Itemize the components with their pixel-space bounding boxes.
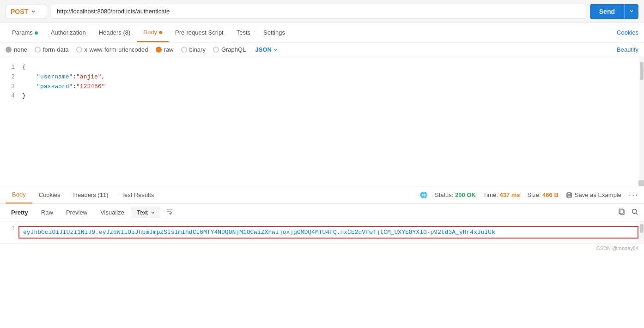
copy-button[interactable] — [618, 208, 626, 217]
chevron-down-icon — [629, 9, 634, 13]
method-label: POST — [11, 8, 28, 15]
copy-icon — [618, 208, 626, 215]
chevron-down-icon — [273, 48, 278, 52]
resp-tab-test-results[interactable]: Test Results — [115, 187, 160, 203]
option-raw[interactable]: raw — [156, 46, 174, 53]
tab-params[interactable]: Params — [6, 24, 44, 42]
request-editor: 1 2 3 4 { "username":"anjie", "password"… — [0, 57, 644, 186]
search-icon — [631, 208, 638, 215]
method-selector[interactable]: POST — [6, 5, 47, 18]
body-dot — [159, 31, 162, 34]
send-button-group: Send — [590, 4, 638, 19]
footer-text: CSDN @rooney84 — [596, 245, 638, 251]
top-bar: POST Send — [0, 0, 644, 23]
params-dot — [35, 31, 38, 35]
fmt-tab-pretty[interactable]: Pretty — [6, 207, 34, 218]
tab-pre-request[interactable]: Pre-request Script — [169, 24, 230, 42]
response-section: Body Cookies Headers (11) Test Results 🌐… — [0, 186, 644, 243]
response-token[interactable]: eyJhbGciOiJIUzI1NiJ9.eyJzdWIiOiJhbmJmpZS… — [18, 226, 638, 239]
more-options-button[interactable]: ··· — [629, 190, 638, 200]
fmt-tab-preview[interactable]: Preview — [61, 207, 93, 218]
cookies-link[interactable]: Cookies — [617, 29, 638, 36]
time-label: Time: 437 ms — [483, 191, 520, 198]
save-example-label: Save as Example — [575, 191, 621, 198]
radio-none — [6, 47, 12, 53]
option-graphql[interactable]: GraphQL — [213, 46, 246, 53]
search-button[interactable] — [631, 208, 638, 217]
size-label: Size: 466 B — [528, 191, 559, 198]
tab-headers[interactable]: Headers (8) — [92, 24, 137, 42]
json-type-dropdown[interactable]: JSON — [255, 46, 278, 53]
svg-rect-1 — [568, 193, 571, 195]
wrap-icon — [166, 208, 173, 215]
chevron-down-icon — [31, 9, 36, 14]
response-scrollbar[interactable] — [639, 221, 644, 243]
tab-tests[interactable]: Tests — [230, 24, 257, 42]
resp-tab-headers[interactable]: Headers (11) — [67, 187, 115, 203]
size-value: 466 B — [542, 191, 559, 198]
option-raw-label: raw — [164, 46, 174, 53]
option-urlencoded[interactable]: x-www-form-urlencoded — [76, 46, 148, 53]
option-none[interactable]: none — [6, 46, 27, 53]
request-tabs-bar: Params Authorization Headers (8) Body Pr… — [0, 23, 644, 42]
editor-resize-handle[interactable] — [638, 180, 644, 186]
option-urlencoded-label: x-www-form-urlencoded — [85, 46, 148, 53]
send-dropdown-button[interactable] — [624, 4, 638, 19]
status-code: 200 OK — [455, 191, 476, 198]
format-tabs-bar: Pretty Raw Preview Visualize Text — [0, 204, 644, 221]
option-graphql-label: GraphQL — [221, 46, 246, 53]
globe-icon: 🌐 — [420, 191, 427, 198]
svg-point-5 — [632, 209, 637, 214]
body-options-bar: none form-data x-www-form-urlencoded raw… — [0, 42, 644, 57]
json-type-label: JSON — [255, 46, 271, 53]
status-info: 🌐 Status: 200 OK Time: 437 ms Size: 466 … — [420, 190, 638, 200]
fmt-tab-visualize[interactable]: Visualize — [95, 207, 130, 218]
fmt-tab-raw[interactable]: Raw — [36, 207, 59, 218]
option-form-data-label: form-data — [43, 46, 69, 53]
response-scrollbar-thumb — [640, 224, 644, 233]
tab-body[interactable]: Body — [137, 23, 169, 42]
response-body: 1 eyJhbGciOiJIUzI1NiJ9.eyJzdWIiOiJhbmJmp… — [0, 221, 644, 243]
radio-urlencoded — [76, 47, 82, 53]
resp-tab-body[interactable]: Body — [6, 186, 32, 203]
tab-authorization[interactable]: Authorization — [44, 24, 92, 42]
svg-line-6 — [636, 213, 638, 215]
response-tabs-bar: Body Cookies Headers (11) Test Results 🌐… — [0, 186, 644, 204]
text-type-label: Text — [137, 209, 148, 216]
option-none-label: none — [14, 46, 27, 53]
svg-rect-2 — [567, 196, 571, 197]
url-input[interactable] — [51, 4, 586, 19]
radio-graphql — [213, 47, 219, 53]
editor-scrollbar-thumb — [640, 62, 644, 80]
footer: CSDN @rooney84 — [0, 243, 644, 253]
resp-tab-cookies[interactable]: Cookies — [32, 187, 67, 203]
time-value: 437 ms — [500, 191, 520, 198]
chevron-down-icon — [151, 210, 155, 215]
code-editor[interactable]: { "username":"anjie", "password":"123456… — [18, 57, 644, 186]
text-type-dropdown[interactable]: Text — [132, 207, 160, 218]
option-form-data[interactable]: form-data — [35, 46, 69, 53]
save-example-button[interactable]: Save as Example — [566, 191, 621, 198]
line-numbers: 1 2 3 4 — [0, 57, 18, 186]
option-binary[interactable]: binary — [181, 46, 206, 53]
radio-binary — [181, 47, 187, 53]
save-icon — [566, 192, 572, 198]
radio-form-data — [35, 47, 41, 53]
radio-raw — [156, 47, 162, 53]
response-line-numbers: 1 — [0, 225, 18, 239]
beautify-button[interactable]: Beautify — [617, 46, 638, 53]
wrap-button[interactable] — [166, 208, 173, 217]
option-binary-label: binary — [189, 46, 206, 53]
tab-settings[interactable]: Settings — [257, 24, 292, 42]
editor-scrollbar[interactable] — [639, 57, 644, 186]
send-button[interactable]: Send — [590, 4, 624, 19]
status-label: Status: 200 OK — [435, 191, 476, 198]
